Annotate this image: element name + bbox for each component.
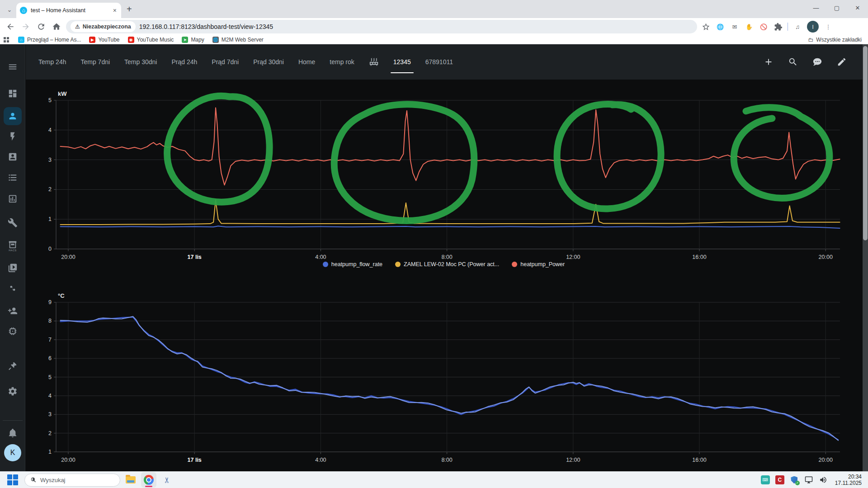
svg-text:1: 1 xyxy=(48,216,52,222)
bookmark-youtube[interactable]: ▶YouTube xyxy=(89,37,119,43)
svg-text:4: 4 xyxy=(48,127,52,133)
toolbar-right-icons: 🌐 ✉ ✋ 🚫 ♫ I ⋮ xyxy=(701,21,838,33)
folder-icon: 🗀 xyxy=(808,37,813,43)
user-avatar[interactable]: K xyxy=(4,444,21,461)
sidebar-item-cog[interactable] xyxy=(4,382,22,400)
tray-clock[interactable]: 20:34 17.11.2025 xyxy=(833,474,862,486)
svg-text:°C: °C xyxy=(58,292,65,299)
svg-text:6: 6 xyxy=(48,355,52,361)
extensions-puzzle-icon[interactable] xyxy=(773,22,783,32)
bookmark-home-assistant[interactable]: ⌂Przegląd – Home As... xyxy=(18,37,81,43)
sidebar-item-account-box[interactable] xyxy=(4,148,22,166)
legend-item[interactable]: ZAMEL LEW-02 Moc PC (Power act... xyxy=(395,261,499,267)
bookmark-google-maps[interactable]: ➤Mapy xyxy=(182,37,204,43)
maximize-button[interactable]: ▢ xyxy=(826,0,847,15)
bookmark-youtube-music[interactable]: ◉YouTube Music xyxy=(128,37,174,43)
sidebar-item-wrench[interactable] xyxy=(4,214,22,232)
sidebar-item-account[interactable] xyxy=(4,107,22,125)
sidebar-item-menu[interactable] xyxy=(4,58,22,76)
legend-item[interactable]: heatpump_flow_rate xyxy=(323,261,382,267)
sidebar-item-account-plus[interactable] xyxy=(4,302,22,320)
chart-1: 12345678920:0017 lis4:008:0012:0016:0020… xyxy=(48,292,840,463)
svg-text:7: 7 xyxy=(48,337,52,343)
svg-text:8: 8 xyxy=(48,318,52,324)
close-button[interactable]: ✕ xyxy=(847,0,868,15)
forward-icon[interactable] xyxy=(18,19,33,34)
svg-text:8:00: 8:00 xyxy=(441,254,452,260)
svg-text:5: 5 xyxy=(48,374,52,380)
green-circle-annotation-1 xyxy=(334,104,474,221)
address-bar[interactable]: ⚠ Niezabezpieczona 192.168.0.117:8123/da… xyxy=(66,20,697,33)
tray-defender-icon[interactable]: ✓ xyxy=(790,475,799,484)
tray-antivirus-icon[interactable]: C xyxy=(775,475,784,484)
tray-network-icon[interactable] xyxy=(804,475,813,484)
home-assistant-favicon: ⌂ xyxy=(20,7,27,14)
legend-label: heatpump_Power xyxy=(520,261,565,267)
home-icon[interactable] xyxy=(49,19,64,34)
profile-avatar[interactable]: I xyxy=(807,21,819,33)
all-bookmarks-button[interactable]: 🗀 Wszystkie zakładki xyxy=(808,37,864,43)
page-scrollbar[interactable] xyxy=(863,44,868,471)
svg-text:1: 1 xyxy=(48,449,52,455)
sidebar-item-hacs[interactable]: HACS xyxy=(4,236,22,254)
svg-text:5: 5 xyxy=(48,97,52,103)
browser-tab-strip: ⌄ ⌂ test – Home Assistant × + — ▢ ✕ xyxy=(0,0,868,18)
svg-text:9: 9 xyxy=(48,299,52,305)
sidebar-item-view-dashboard[interactable] xyxy=(4,84,22,103)
security-chip[interactable]: ⚠ Niezabezpieczona xyxy=(71,21,136,32)
window-controls: — ▢ ✕ xyxy=(806,0,868,18)
sidebar-item-flash[interactable] xyxy=(4,127,22,145)
taskbar-search[interactable]: Wyszukaj xyxy=(24,474,120,487)
google-maps-icon: ➤ xyxy=(182,37,188,43)
translate-icon[interactable]: 🌐 xyxy=(715,22,725,32)
svg-text:kW: kW xyxy=(58,90,67,97)
sidebar-item-hammer[interactable] xyxy=(4,357,22,375)
green-circle-annotation-3 xyxy=(734,108,830,198)
tray-volume-icon[interactable] xyxy=(819,475,828,484)
sidebar-item-media-play[interactable] xyxy=(4,259,22,277)
media-controls-icon[interactable]: ♫ xyxy=(793,22,802,32)
svg-text:12:00: 12:00 xyxy=(566,254,580,260)
svg-text:4:00: 4:00 xyxy=(315,457,326,463)
menu-kebab-icon[interactable]: ⋮ xyxy=(823,22,833,32)
tab-close-icon[interactable]: × xyxy=(112,7,118,14)
back-icon[interactable] xyxy=(3,19,18,34)
bookmark-star-icon[interactable] xyxy=(701,22,711,32)
legend-item[interactable]: heatpump_Power xyxy=(512,261,565,267)
extension-hand-icon[interactable]: ✋ xyxy=(744,22,754,32)
scrollbar-thumb[interactable] xyxy=(863,46,868,240)
tab-search-icon[interactable]: ⌄ xyxy=(4,4,15,15)
legend-dot xyxy=(395,262,401,267)
sidebar-item-bell[interactable] xyxy=(4,424,22,442)
all-bookmarks-label: Wszystkie zakładki xyxy=(816,37,862,43)
chart-0: 01234520:0017 lis4:008:0012:0016:0020:00… xyxy=(48,90,840,260)
svg-text:8:00: 8:00 xyxy=(441,457,452,463)
svg-text:20:00: 20:00 xyxy=(819,254,833,260)
sidebar-item-node-red[interactable] xyxy=(4,279,22,297)
reload-icon[interactable] xyxy=(33,19,49,34)
series-heatpump_flow_rate xyxy=(61,226,840,228)
legend-label: ZAMEL LEW-02 Moc PC (Power act... xyxy=(404,261,499,267)
sidebar-item-chip[interactable] xyxy=(4,322,22,340)
apps-grid-icon[interactable] xyxy=(4,37,9,42)
sidebar-item-list[interactable] xyxy=(4,169,22,187)
legend-dot xyxy=(323,262,328,267)
snipping-tool-button[interactable]: ✂ xyxy=(159,472,175,488)
svg-text:2: 2 xyxy=(48,430,52,436)
svg-text:4:00: 4:00 xyxy=(315,254,326,260)
extension-mail-icon[interactable]: ✉ xyxy=(730,22,740,32)
browser-tab[interactable]: ⌂ test – Home Assistant × xyxy=(16,3,121,18)
globe-icon: 🌐 xyxy=(212,37,219,43)
minimize-button[interactable]: — xyxy=(806,0,826,15)
chrome-button[interactable] xyxy=(141,472,156,488)
start-button[interactable] xyxy=(7,474,18,485)
extension-blocker-icon[interactable]: 🚫 xyxy=(759,22,769,32)
url-text[interactable]: 192.168.0.117:8123/dashboard-test/view-1… xyxy=(139,23,273,30)
youtube-icon: ▶ xyxy=(89,37,95,43)
charts-canvas: 01234520:0017 lis4:008:0012:0016:0020:00… xyxy=(25,44,862,471)
new-tab-button[interactable]: + xyxy=(127,5,132,14)
bookmark-globe[interactable]: 🌐M2M Web Server xyxy=(212,37,264,43)
file-explorer-button[interactable] xyxy=(123,472,138,488)
sidebar-item-chart-box[interactable] xyxy=(4,190,22,208)
tray-keyboard-icon[interactable]: ⌨ xyxy=(761,475,770,484)
